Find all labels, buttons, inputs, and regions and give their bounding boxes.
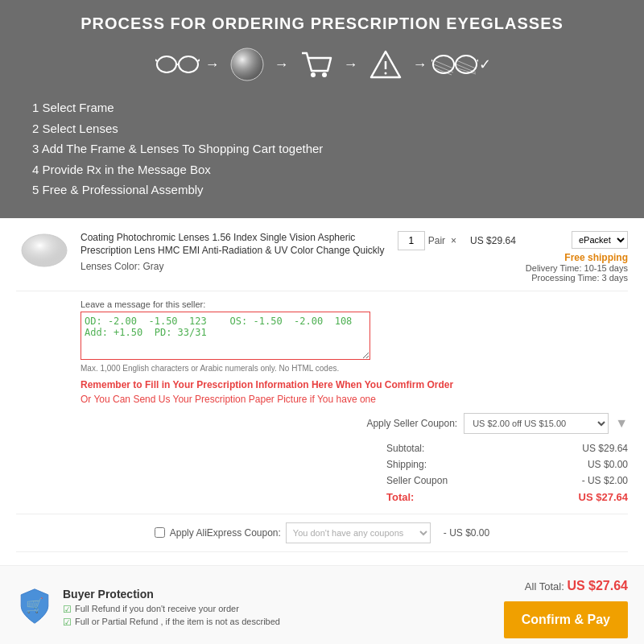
product-image (16, 231, 72, 271)
page-title: PROCESS FOR ORDERING PRESCRIPTION EYEGLA… (24, 14, 620, 33)
svg-line-3 (155, 60, 157, 61)
free-shipping-badge: Free shipping (564, 252, 628, 263)
product-title: Coating Photochromic Lenses 1.56 Index S… (80, 231, 390, 258)
confirm-pay-button[interactable]: Confirm & Pay (504, 601, 628, 638)
total-label: Total: (386, 491, 414, 503)
shipping-method-select[interactable]: ePacket (572, 231, 628, 249)
shield-icon: 🛒 (16, 588, 53, 625)
unit-price: US $29.64 (470, 235, 516, 246)
step-5: 5 Free & Professional Assembly (32, 180, 620, 200)
shield-icon-wrap: 🛒 (16, 588, 53, 627)
svg-line-16 (456, 60, 476, 68)
ali-coupon-row: Apply AliExpress Coupon: You don't have … (16, 514, 628, 552)
main-content: Coating Photochromic Lenses 1.56 Index S… (0, 218, 644, 565)
protection-text-1: Full Refund if you don't receive your or… (75, 604, 239, 613)
protection-item-2: ☑ Full or Partial Refund , if the item i… (63, 617, 280, 628)
protection-title: Buyer Protection (63, 588, 280, 601)
arrow-2: → (275, 56, 289, 73)
buyer-protection: 🛒 Buyer Protection ☑ Full Refund if you … (16, 588, 280, 630)
svg-line-12 (434, 60, 453, 68)
finished-glasses-icon (431, 44, 479, 85)
protection-details: Buyer Protection ☑ Full Refund if you do… (63, 588, 280, 630)
total-value: US $27.64 (579, 491, 628, 503)
order-summary: Subtotal: US $29.64 Shipping: US $0.00 S… (386, 440, 628, 506)
shipping-section: ePacket Free shipping Delivery Time: 10-… (526, 231, 628, 283)
seller-coupon-row-summary: Seller Coupon - US $2.00 (386, 473, 628, 489)
svg-point-10 (384, 72, 386, 75)
glasses-step-icon (154, 44, 202, 85)
checkmark-icon: ✓ (479, 56, 491, 73)
ali-coupon-amount: - US $0.00 (444, 527, 489, 539)
seller-coupon-summary-value: - US $2.00 (582, 475, 628, 486)
svg-point-22 (22, 234, 67, 266)
check-icon-2: ☑ (63, 617, 72, 628)
all-total-value: US $27.64 (567, 579, 628, 592)
lens-color-value: Gray (142, 261, 163, 272)
svg-line-21 (477, 60, 478, 61)
header-banner: PROCESS FOR ORDERING PRESCRIPTION EYEGLA… (0, 0, 644, 218)
svg-line-20 (431, 60, 432, 61)
all-total-label: All Total: (525, 580, 564, 592)
svg-point-1 (179, 56, 198, 72)
cart-step-icon (292, 44, 341, 85)
delivery-time: Delivery Time: 10-15 days (526, 263, 628, 273)
subtotal-row: Subtotal: US $29.64 (386, 440, 628, 456)
step-1: 1 Select Frame (32, 97, 620, 118)
svg-line-4 (198, 60, 200, 61)
total-row: Total: US $27.64 (386, 489, 628, 506)
message-section: Leave a message for this seller: OD: -2.… (80, 299, 628, 373)
shipping-row: Shipping: US $0.00 (386, 456, 628, 473)
seller-coupon-label: Apply Seller Coupon: (366, 418, 457, 429)
seller-coupon-row: Apply Seller Coupon: US $2.00 off US $15… (16, 413, 628, 434)
step-4: 4 Provide Rx in the Message Box (32, 159, 620, 180)
arrow-3: → (344, 56, 358, 73)
quantity-section: Pair × US $29.64 (398, 231, 516, 250)
quantity-input[interactable] (398, 231, 425, 250)
rx-warning-text: Remember to Fill in Your Prescription In… (80, 379, 628, 390)
message-label: Leave a message for this seller: (80, 299, 628, 309)
svg-point-7 (322, 72, 327, 77)
arrow-4: → (413, 56, 427, 73)
ali-coupon-label: Apply AliExpress Coupon: (170, 527, 281, 539)
seller-coupon-select[interactable]: US $2.00 off US $15.00 (464, 413, 609, 434)
qty-unit: Pair (428, 235, 445, 246)
step-3: 3 Add The Frame & Lenses To Shopping Car… (32, 138, 620, 159)
step-2: 2 Select Lenses (32, 118, 620, 139)
subtotal-label: Subtotal: (386, 443, 424, 454)
svg-point-5 (231, 48, 263, 80)
seller-coupon-summary-label: Seller Coupon (386, 475, 448, 486)
cart-item-row: Coating Photochromic Lenses 1.56 Index S… (16, 231, 628, 291)
steps-list: 1 Select Frame 2 Select Lenses 3 Add The… (24, 97, 620, 200)
subtotal-value: US $29.64 (582, 443, 628, 454)
steps-icons: → → → (24, 44, 620, 85)
svg-point-0 (157, 56, 176, 72)
svg-text:🛒: 🛒 (26, 597, 44, 614)
lens-color-info: Lenses Color: Gray (80, 261, 390, 272)
product-details: Coating Photochromic Lenses 1.56 Index S… (80, 231, 390, 273)
ali-coupon-select[interactable]: You don't have any coupons (286, 522, 431, 543)
lens-color-label: Lenses Color: (80, 261, 140, 272)
footer-right: All Total: US $27.64 Confirm & Pay (504, 579, 628, 638)
protection-text-2: Full or Partial Refund , if the item is … (75, 617, 280, 626)
shipping-value: US $0.00 (588, 459, 628, 470)
shipping-label: Shipping: (386, 459, 427, 470)
message-hint: Max. 1,000 English characters or Arabic … (80, 364, 628, 373)
protection-item-1: ☑ Full Refund if you don't receive your … (63, 604, 280, 615)
svg-point-6 (311, 72, 316, 77)
warning-step-icon (361, 44, 410, 85)
lens-step-icon (223, 44, 271, 85)
processing-time: Processing Time: 3 days (531, 273, 628, 283)
check-icon-1: ☑ (63, 604, 72, 615)
all-total-display: All Total: US $27.64 (525, 579, 628, 593)
arrow-1: → (205, 56, 220, 73)
ali-coupon-checkbox[interactable] (155, 527, 165, 538)
message-textarea[interactable]: OD: -2.00 -1.50 123 OS: -1.50 -2.00 108 … (80, 312, 370, 360)
rx-alt-text: Or You Can Send Us Your Prescription Pap… (80, 394, 628, 405)
footer-section: 🛒 Buyer Protection ☑ Full Refund if you … (0, 565, 644, 645)
